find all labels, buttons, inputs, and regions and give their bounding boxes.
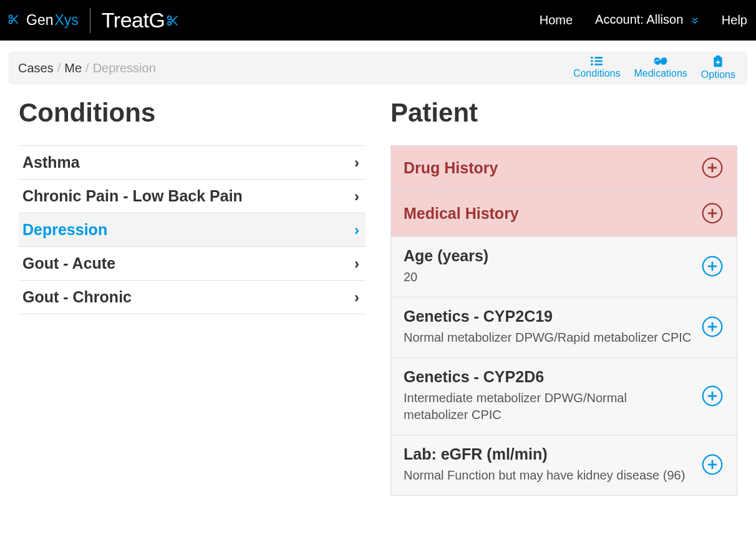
patient-item[interactable]: Age (years)20 — [390, 236, 737, 297]
add-circle-icon[interactable] — [700, 384, 724, 408]
brand-genxys[interactable]: GenXys — [26, 12, 79, 29]
condition-item[interactable]: Asthma› — [19, 146, 366, 180]
treatgx-scissors-icon — [166, 8, 180, 32]
svg-rect-9 — [594, 57, 603, 59]
condition-label: Gout - Chronic — [22, 288, 132, 306]
svg-point-8 — [591, 57, 593, 59]
svg-rect-11 — [594, 60, 603, 62]
svg-rect-18 — [716, 55, 720, 58]
toolbar-conditions-label: Conditions — [573, 68, 621, 79]
conditions-panel: Conditions Asthma›Chronic Pain - Low Bac… — [19, 98, 366, 496]
breadcrumb-sep: / — [57, 61, 61, 75]
patient-item-subtitle: 20 — [404, 269, 693, 286]
brand-treat-prefix: Treat — [102, 8, 149, 32]
patient-panel: Patient Drug HistoryMedical HistoryAge (… — [390, 98, 737, 496]
condition-item[interactable]: Chronic Pain - Low Back Pain› — [19, 180, 366, 213]
brand-genxys-gen: Gen — [26, 12, 53, 29]
brand-treat-g: G — [148, 8, 165, 32]
patient-item-text: Genetics - CYP2D6Intermediate metabolize… — [404, 368, 693, 423]
toolbar-options[interactable]: Options — [701, 55, 735, 80]
svg-rect-13 — [594, 64, 603, 65]
patient-item-subtitle: Intermediate metabolizer DPWG/Normal met… — [404, 390, 693, 423]
clipboard-plus-icon — [712, 55, 724, 68]
patient-list: Drug HistoryMedical HistoryAge (years)20… — [390, 145, 737, 496]
patient-item-subtitle: Normal Function but may have kidney dise… — [404, 467, 693, 484]
genxys-scissors-icon — [7, 13, 20, 28]
condition-item[interactable]: Gout - Chronic› — [19, 281, 366, 314]
conditions-list: Asthma›Chronic Pain - Low Back Pain›Depr… — [19, 145, 366, 314]
patient-item[interactable]: Lab: eGFR (ml/min)Normal Function but ma… — [390, 435, 737, 496]
patient-item[interactable]: Genetics - CYP2D6Intermediate metabolize… — [390, 357, 737, 435]
condition-label: Chronic Pain - Low Back Pain — [22, 187, 243, 205]
subheader: Cases / Me / Depression Conditions — [9, 52, 747, 84]
nav-home[interactable]: Home — [540, 13, 573, 27]
add-circle-icon[interactable] — [700, 453, 724, 476]
toolbar: Conditions Medications Opti — [573, 55, 735, 80]
chevron-right-icon: › — [354, 188, 359, 205]
brand-block: GenXys TreatG — [7, 8, 180, 33]
chevron-right-icon: › — [354, 221, 359, 239]
condition-label: Asthma — [22, 153, 80, 171]
patient-item-text: Drug History — [404, 159, 693, 177]
brand-separator — [90, 8, 90, 33]
svg-point-10 — [591, 60, 593, 62]
condition-label: Gout - Acute — [22, 254, 115, 272]
top-header: GenXys TreatG Home Account: Allison Help — [0, 0, 756, 41]
brand-genxys-xys: Xys — [54, 12, 78, 29]
breadcrumb-cases[interactable]: Cases — [18, 61, 54, 75]
patient-heading: Patient — [390, 98, 737, 128]
patient-item[interactable]: Medical History — [390, 191, 737, 236]
toolbar-options-label: Options — [701, 69, 735, 80]
patient-item-title: Genetics - CYP2C19 — [404, 307, 693, 326]
add-circle-icon[interactable] — [700, 254, 724, 278]
patient-item-title: Medical History — [404, 205, 693, 223]
brand-treatgx[interactable]: TreatG — [102, 8, 180, 32]
patient-item-text: Lab: eGFR (ml/min)Normal Function but ma… — [404, 445, 693, 484]
add-circle-icon[interactable] — [700, 156, 724, 180]
patient-item[interactable]: Drug History — [390, 145, 737, 191]
breadcrumb: Cases / Me / Depression — [18, 61, 156, 75]
condition-label: Depression — [22, 221, 107, 239]
breadcrumb-sep: / — [85, 61, 89, 75]
patient-item-title: Genetics - CYP2D6 — [404, 368, 693, 386]
chevron-right-icon: › — [354, 255, 359, 272]
top-nav: Home Account: Allison Help — [540, 12, 747, 27]
breadcrumb-me[interactable]: Me — [64, 61, 82, 75]
patient-item-text: Age (years)20 — [404, 247, 693, 286]
nav-help[interactable]: Help — [722, 13, 747, 27]
patient-item-subtitle: Normal metabolizer DPWG/Rapid metabolize… — [404, 329, 693, 346]
svg-point-15 — [659, 56, 668, 65]
svg-rect-20 — [716, 62, 720, 63]
conditions-heading: Conditions — [19, 98, 366, 128]
pills-icon — [653, 55, 668, 67]
condition-item[interactable]: Depression› — [19, 213, 366, 247]
chevron-right-icon: › — [354, 154, 359, 171]
patient-item-title: Age (years) — [404, 247, 693, 265]
nav-account[interactable]: Account: Allison — [595, 12, 699, 27]
breadcrumb-current: Depression — [93, 61, 156, 75]
patient-item-text: Genetics - CYP2C19Normal metabolizer DPW… — [404, 307, 693, 346]
main-content: Conditions Asthma›Chronic Pain - Low Bac… — [0, 84, 756, 496]
patient-item[interactable]: Genetics - CYP2C19Normal metabolizer DPW… — [390, 297, 737, 357]
chevron-right-icon: › — [354, 289, 359, 306]
nav-account-label: Account: Allison — [595, 12, 683, 26]
add-circle-icon[interactable] — [700, 315, 724, 339]
add-circle-icon[interactable] — [700, 201, 724, 225]
patient-item-text: Medical History — [404, 205, 693, 223]
patient-item-title: Drug History — [404, 159, 693, 177]
list-icon — [590, 55, 604, 67]
svg-point-12 — [591, 64, 593, 66]
toolbar-medications[interactable]: Medications — [634, 55, 687, 80]
toolbar-medications-label: Medications — [634, 68, 687, 79]
condition-item[interactable]: Gout - Acute› — [19, 247, 366, 281]
toolbar-conditions[interactable]: Conditions — [573, 55, 621, 80]
patient-item-title: Lab: eGFR (ml/min) — [404, 445, 693, 463]
chevron-double-down-icon — [691, 14, 699, 28]
